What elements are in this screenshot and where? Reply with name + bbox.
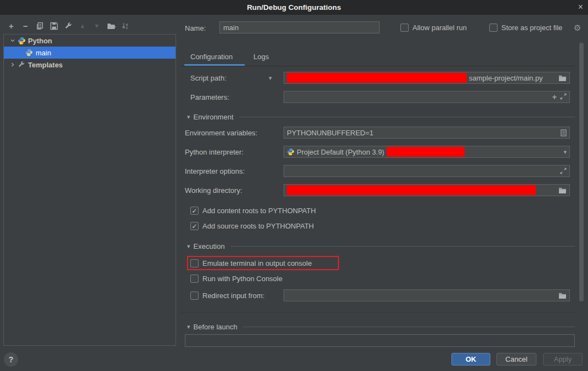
- gear-icon[interactable]: ⚙: [574, 23, 581, 33]
- chevron-down-icon[interactable]: ▾: [563, 149, 567, 156]
- script-path-field[interactable]: sample-project/main.py: [284, 72, 570, 84]
- checkbox-unchecked[interactable]: [400, 24, 409, 32]
- move-down-icon: ▼: [92, 21, 101, 31]
- store-as-project-file-checkbox[interactable]: Store as project file: [489, 24, 562, 32]
- section-collapse-icon[interactable]: ▾: [187, 323, 190, 330]
- add-content-roots-checkbox[interactable]: ✓ Add content roots to PYTHONPATH: [190, 207, 316, 215]
- environment-variables-field[interactable]: PYTHONUNBUFFERED=1: [284, 127, 570, 139]
- allow-parallel-run-label: Allow parallel run: [412, 24, 467, 32]
- configurations-toolbar: + − ▲ ▼ az: [7, 20, 130, 31]
- tree-item-python[interactable]: Python: [4, 35, 176, 47]
- dialog-title: Run/Debug Configurations: [0, 0, 588, 15]
- cancel-button[interactable]: Cancel: [496, 353, 536, 366]
- parameters-field[interactable]: +: [284, 91, 570, 103]
- environment-variables-label: Environment variables:: [185, 129, 257, 137]
- apply-button: Apply: [543, 353, 583, 366]
- parameters-label: Parameters:: [190, 93, 229, 101]
- python-interpreter-value: Project Default (Python 3.9): [297, 148, 385, 156]
- tree-item-label: Python: [28, 37, 52, 45]
- tree-item-templates[interactable]: Templates: [4, 59, 176, 71]
- titlebar: Run/Debug Configurations ×: [0, 0, 588, 15]
- python-icon: [25, 48, 33, 57]
- python-interpreter-label: Python interpreter:: [185, 148, 244, 156]
- environment-variables-value: PYTHONUNBUFFERED=1: [287, 129, 374, 137]
- execution-section-label: Execution: [194, 242, 225, 250]
- emulate-terminal-label: Emulate terminal in output console: [202, 259, 312, 267]
- python-icon: [287, 148, 295, 156]
- vertical-scrollbar[interactable]: [579, 43, 584, 301]
- new-folder-icon[interactable]: [106, 21, 116, 31]
- before-launch-section-label: Before launch: [194, 323, 238, 331]
- allow-parallel-run-checkbox[interactable]: Allow parallel run: [400, 24, 467, 32]
- close-icon[interactable]: ×: [578, 0, 583, 15]
- move-up-icon: ▲: [78, 21, 87, 31]
- name-input[interactable]: [219, 21, 380, 33]
- help-button[interactable]: ?: [4, 352, 18, 367]
- expand-icon[interactable]: [560, 93, 567, 101]
- python-interpreter-select[interactable]: Project Default (Python 3.9) ▾: [284, 146, 570, 158]
- tree-item-label: Templates: [28, 61, 63, 69]
- configurations-tree: Python main Templates: [3, 34, 176, 346]
- checkbox-checked[interactable]: ✓: [190, 222, 199, 230]
- interpreter-options-field[interactable]: [284, 165, 570, 177]
- add-content-roots-label: Add content roots to PYTHONPATH: [202, 207, 316, 215]
- insert-macro-plus-icon[interactable]: +: [552, 93, 557, 101]
- before-launch-section-header[interactable]: ▾ Before launch: [187, 323, 575, 331]
- checkbox-checked[interactable]: ✓: [190, 207, 199, 215]
- working-directory-field[interactable]: [284, 184, 570, 196]
- emulate-terminal-highlight-box: Emulate terminal in output console: [187, 256, 339, 270]
- checkbox-unchecked[interactable]: [190, 292, 199, 300]
- run-with-python-console-checkbox[interactable]: Run with Python Console: [190, 275, 282, 283]
- tree-item-main[interactable]: main: [4, 47, 176, 59]
- add-source-roots-label: Add source roots to PYTHONPATH: [202, 222, 314, 230]
- section-divider: [239, 117, 575, 117]
- edit-templates-wrench-icon[interactable]: [64, 21, 73, 31]
- edit-variables-icon[interactable]: [561, 129, 567, 136]
- before-launch-task-list[interactable]: [185, 334, 575, 347]
- expand-icon[interactable]: [560, 168, 567, 174]
- tab-configuration[interactable]: Configuration: [190, 53, 233, 61]
- redirect-input-field[interactable]: [284, 289, 570, 301]
- sort-alphabetically-icon[interactable]: az: [121, 21, 130, 31]
- store-as-project-file-label: Store as project file: [501, 24, 562, 32]
- tab-logs[interactable]: Logs: [253, 53, 269, 61]
- section-collapse-icon[interactable]: ▾: [187, 243, 190, 250]
- chevron-down-icon[interactable]: [8, 38, 17, 43]
- section-divider: [243, 327, 575, 327]
- chevron-right-icon[interactable]: [8, 62, 17, 67]
- run-debug-configurations-dialog: Run/Debug Configurations × + − ▲ ▼ az: [0, 0, 588, 371]
- environment-section-header[interactable]: ▾ Environment: [187, 113, 575, 121]
- section-divider: [230, 246, 575, 247]
- emulate-terminal-checkbox[interactable]: [190, 259, 199, 267]
- checkbox-unchecked[interactable]: [190, 275, 199, 283]
- save-icon[interactable]: [49, 21, 59, 31]
- browse-folder-icon[interactable]: [558, 292, 567, 299]
- remove-icon[interactable]: −: [21, 21, 30, 31]
- content-bottom-separator: [181, 312, 575, 313]
- run-with-python-console-label: Run with Python Console: [202, 275, 282, 283]
- tabs-separator: [181, 66, 575, 66]
- script-path-dropdown-icon[interactable]: ▾: [269, 75, 272, 82]
- copy-icon[interactable]: [35, 21, 44, 31]
- redaction-block: [287, 73, 467, 83]
- tree-item-label: main: [36, 49, 51, 57]
- interpreter-options-label: Interpreter options:: [185, 167, 245, 175]
- redirect-input-checkbox[interactable]: Redirect input from:: [190, 292, 264, 300]
- script-path-value: sample-project/main.py: [469, 74, 542, 82]
- add-source-roots-checkbox[interactable]: ✓ Add source roots to PYTHONPATH: [190, 222, 314, 230]
- python-icon: [17, 36, 26, 45]
- script-path-label: Script path:: [190, 74, 227, 82]
- browse-folder-icon[interactable]: [558, 187, 567, 194]
- redirect-input-label: Redirect input from:: [202, 292, 264, 300]
- add-icon[interactable]: +: [7, 21, 16, 31]
- browse-folder-icon[interactable]: [558, 75, 567, 82]
- checkbox-unchecked[interactable]: [489, 24, 497, 32]
- execution-section-header[interactable]: ▾ Execution: [187, 242, 575, 250]
- section-collapse-icon[interactable]: ▾: [187, 113, 190, 121]
- ok-button[interactable]: OK: [451, 353, 490, 366]
- redaction-block: [287, 185, 536, 195]
- redaction-block: [387, 147, 465, 157]
- name-label: Name:: [185, 24, 206, 32]
- svg-text:z: z: [126, 26, 128, 30]
- environment-section-label: Environment: [194, 113, 234, 121]
